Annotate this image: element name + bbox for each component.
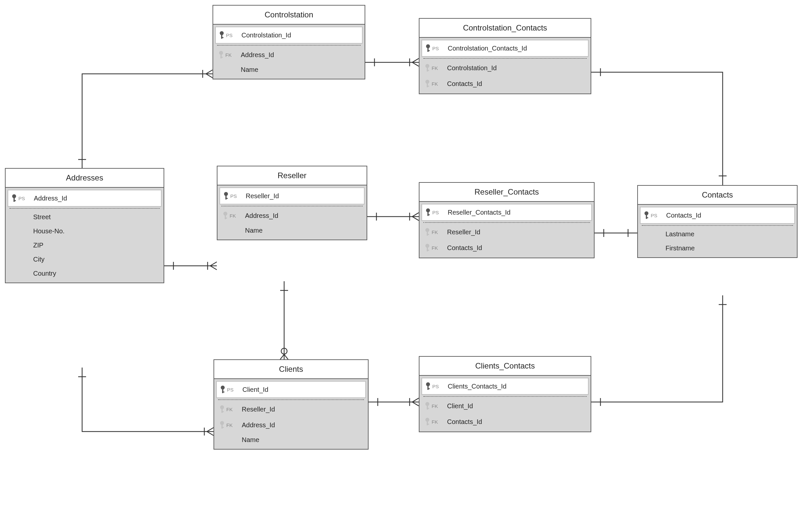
attribute-label: Lastname [665,230,694,238]
entity-title: Reseller_Contacts [420,183,594,202]
entity-title: Controlstation_Contacts [420,19,591,38]
attribute-row: FKAddress_Id [220,208,364,223]
svg-rect-15 [427,86,429,87]
svg-rect-3 [221,37,223,38]
attribute-row: PSControlstation_Contacts_Id [421,40,589,57]
svg-rect-51 [427,408,429,409]
primary-key-icon: PS [219,31,241,40]
attribute-label: City [33,256,44,263]
attribute-label: Contacts_Id [666,212,701,219]
pk-separator [423,58,587,59]
entity-reseller: Reseller PSReseller_Id FKAddress_IdName [217,166,367,240]
svg-rect-35 [646,215,647,219]
pk-separator [423,396,587,397]
svg-rect-50 [427,405,428,410]
attribute-row: House-No. [7,224,162,238]
attribute-row: ZIP [7,238,162,252]
attribute-row: City [7,252,162,266]
attribute-label: Name [242,436,259,444]
primary-key-icon: PS [425,44,448,53]
foreign-key-icon: FK [424,64,447,73]
foreign-key-icon: FK [424,401,447,411]
attribute-label: Address_Id [242,421,275,429]
attribute-row: Street [7,210,162,224]
svg-point-0 [281,348,287,354]
svg-rect-45 [221,427,224,428]
foreign-key-icon: FK [222,211,245,220]
attribute-row: Name [215,63,363,77]
attribute-row: Country [7,266,162,281]
er-diagram-canvas: Controlstation PSControlstation_Id FKAdd… [0,0,812,508]
attribute-row: FKClient_Id [421,398,589,414]
svg-rect-18 [13,200,16,201]
entity-rows: PSAddress_IdStreetHouse-No.ZIPCityCountr… [6,188,164,283]
svg-rect-33 [427,250,429,251]
attribute-row: Name [220,223,364,238]
attribute-row: FKReseller_Id [216,401,366,417]
pk-separator [217,45,361,46]
attribute-label: Contacts_Id [447,244,482,252]
attribute-label: Name [241,66,258,74]
svg-rect-11 [427,67,428,72]
primary-key-icon: PS [223,191,246,201]
attribute-label: Controlstation_Id [447,64,497,72]
svg-rect-38 [222,389,223,393]
svg-rect-30 [427,234,429,235]
attribute-label: Reseller_Id [246,192,279,200]
entity-clients: Clients PSClient_Id FKReseller_Id FKAddr… [214,359,369,450]
foreign-key-icon: FK [424,417,447,426]
attribute-label: Street [33,213,50,221]
attribute-label: Reseller_Id [447,228,480,236]
attribute-row: FKAddress_Id [215,47,363,63]
attribute-row: FKReseller_Id [421,224,592,240]
foreign-key-icon: FK [219,405,242,414]
primary-key-icon: PS [425,208,448,217]
svg-rect-23 [225,215,226,219]
attribute-label: Client_Id [447,402,473,410]
foreign-key-icon: FK [424,243,447,252]
entity-clients-contacts: Clients_Contacts PSClients_Contacts_Id F… [419,356,591,432]
svg-rect-9 [427,50,430,51]
entity-title: Contacts [638,186,797,205]
foreign-key-icon: FK [424,79,447,88]
attribute-label: ZIP [33,242,43,249]
svg-rect-29 [427,231,428,236]
svg-rect-5 [221,54,222,58]
attribute-row: PSReseller_Contacts_Id [421,204,592,221]
svg-rect-20 [225,195,227,200]
svg-rect-21 [225,198,228,199]
entity-addresses: Addresses PSAddress_IdStreetHouse-No.ZIP… [5,168,164,283]
entity-rows: PSReseller_Id FKAddress_IdName [218,185,366,240]
svg-rect-47 [427,386,429,390]
svg-rect-6 [221,57,223,58]
entity-rows: PSReseller_Contacts_Id FKReseller_Id FKC… [420,202,594,258]
attribute-row: PSContacts_Id [640,207,795,224]
foreign-key-icon: FK [218,50,241,59]
attribute-row: FKContacts_Id [421,240,592,256]
attribute-label: Country [33,270,56,277]
attribute-label: Controlstation_Contacts_Id [448,45,527,52]
svg-rect-2 [221,35,222,39]
svg-rect-41 [221,409,223,413]
attribute-row: FKControlstation_Id [421,60,589,76]
attribute-label: Reseller_Contacts_Id [448,209,510,216]
svg-rect-14 [427,83,428,87]
svg-rect-27 [427,214,430,215]
svg-rect-17 [13,198,15,202]
pk-separator [218,399,364,400]
entity-contacts: Contacts PSContacts_IdLastnameFirstname [637,185,798,258]
attribute-label: Reseller_Id [242,406,275,413]
attribute-label: Firstname [665,245,695,252]
svg-rect-44 [221,424,223,429]
attribute-label: Contacts_Id [447,418,482,426]
attribute-row: PSClients_Contacts_Id [421,378,589,395]
svg-rect-39 [222,391,224,392]
entity-rows: PSClient_Id FKReseller_Id FKAddress_IdNa… [214,379,368,449]
pk-separator [221,206,363,206]
svg-rect-24 [225,218,227,219]
entity-title: Clients [214,360,368,379]
attribute-row: FKContacts_Id [421,414,589,430]
svg-rect-36 [646,217,648,218]
svg-rect-12 [427,70,429,71]
attribute-label: Address_Id [241,51,274,59]
